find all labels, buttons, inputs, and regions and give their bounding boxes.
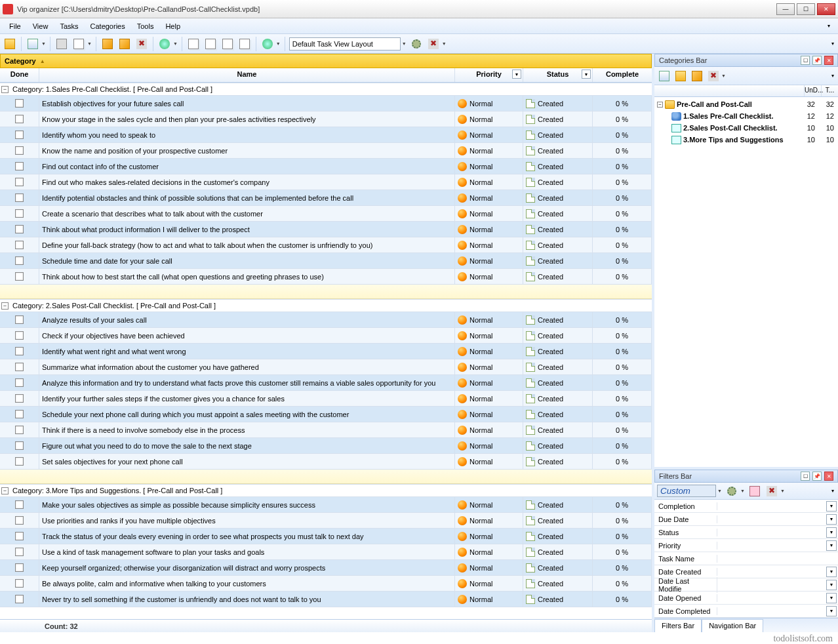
col-done[interactable]: Done bbox=[0, 68, 39, 82]
task-row[interactable]: Set sales objectives for your next phone… bbox=[0, 454, 652, 470]
checkbox[interactable] bbox=[15, 115, 24, 123]
checkbox[interactable] bbox=[15, 410, 24, 418]
menu-tools[interactable]: Tools bbox=[132, 20, 159, 32]
task-row[interactable]: Identify your further sales steps if the… bbox=[0, 391, 652, 407]
new-db-button[interactable] bbox=[3, 37, 17, 51]
group-by-header[interactable]: Category ▲ bbox=[0, 54, 652, 68]
filter-row[interactable]: Date Completed▼ bbox=[654, 605, 838, 618]
cat-edit-button[interactable] bbox=[690, 69, 704, 83]
filter-row[interactable]: Status▼ bbox=[654, 526, 838, 539]
checkbox[interactable] bbox=[15, 315, 24, 324]
task-row[interactable]: Know your stage in the sales cycle and t… bbox=[0, 111, 652, 127]
maximize-button[interactable]: ☐ bbox=[797, 3, 815, 15]
done-cell[interactable] bbox=[0, 312, 39, 327]
new-item-button[interactable] bbox=[26, 37, 40, 51]
task-row[interactable]: Analyze this information and try to unde… bbox=[0, 375, 652, 391]
task-row[interactable]: Check if your objectives have been achie… bbox=[0, 328, 652, 344]
checkbox[interactable] bbox=[15, 548, 24, 556]
filters-apply-button[interactable] bbox=[725, 484, 739, 498]
done-cell[interactable] bbox=[0, 375, 39, 390]
collapse-icon[interactable]: − bbox=[1, 86, 9, 93]
checkbox[interactable] bbox=[15, 500, 24, 509]
nav-last-button[interactable] bbox=[237, 37, 252, 51]
categories-pin-icon[interactable]: 📌 bbox=[812, 56, 822, 65]
menu-file[interactable]: File bbox=[4, 20, 26, 32]
task-row[interactable]: Identify what went right and what went w… bbox=[0, 344, 652, 359]
task-row[interactable]: Never try to sell something if the custo… bbox=[0, 592, 652, 607]
checkbox[interactable] bbox=[15, 193, 24, 202]
done-cell[interactable] bbox=[0, 576, 39, 591]
task-row[interactable]: Be always polite, calm and informative w… bbox=[0, 576, 652, 592]
done-cell[interactable] bbox=[0, 454, 39, 469]
filter-dropdown-icon[interactable]: ▼ bbox=[826, 514, 837, 525]
status-filter-icon[interactable]: ▼ bbox=[582, 70, 591, 79]
checkbox[interactable] bbox=[15, 272, 24, 281]
filter-dropdown-icon[interactable]: ▼ bbox=[826, 567, 837, 577]
done-cell[interactable] bbox=[0, 422, 39, 437]
checkbox[interactable] bbox=[15, 363, 24, 371]
filters-pin-icon[interactable]: 📌 bbox=[812, 472, 822, 481]
collapse-icon[interactable]: − bbox=[1, 302, 9, 310]
grid-body[interactable]: −Category: 1.Sales Pre-Call Checklist. [… bbox=[0, 83, 652, 619]
nav-next-button[interactable] bbox=[220, 37, 235, 51]
cat-add-button[interactable] bbox=[673, 69, 688, 83]
filter-dropdown-icon[interactable]: ▼ bbox=[826, 540, 837, 551]
done-cell[interactable] bbox=[0, 174, 39, 190]
done-cell[interactable] bbox=[0, 143, 39, 158]
task-row[interactable]: Keep yourself organized; otherwise your … bbox=[0, 560, 652, 576]
tab-navigation-bar[interactable]: Navigation Bar bbox=[702, 619, 763, 632]
layout-dropdown[interactable]: ▼ bbox=[402, 41, 407, 46]
print-dropdown[interactable]: ▼ bbox=[87, 41, 92, 46]
filter-row[interactable]: Date Opened▼ bbox=[654, 592, 838, 605]
task-row[interactable]: Think if there is a need to involve some… bbox=[0, 422, 652, 438]
col-status[interactable]: Status▼ bbox=[523, 68, 593, 82]
col-priority[interactable]: Priority▼ bbox=[455, 68, 523, 82]
print-button[interactable] bbox=[54, 37, 69, 51]
done-cell[interactable] bbox=[0, 253, 39, 268]
toolbar-overflow[interactable]: ▾ bbox=[830, 39, 835, 48]
group-row[interactable]: −Category: 3.More Tips and Suggestions. … bbox=[0, 484, 652, 497]
done-cell[interactable] bbox=[0, 513, 39, 528]
task-row[interactable]: Use priorities and ranks if you have mul… bbox=[0, 513, 652, 529]
tree-root[interactable]: − Pre-Call and Post-Call 32 32 bbox=[656, 98, 837, 110]
checkbox[interactable] bbox=[15, 457, 24, 466]
task-row[interactable]: Think about how to best start the call (… bbox=[0, 269, 652, 285]
done-cell[interactable] bbox=[0, 206, 39, 221]
checkbox[interactable] bbox=[15, 162, 24, 171]
minimize-button[interactable]: — bbox=[776, 3, 795, 15]
new-item-dropdown[interactable]: ▼ bbox=[41, 41, 46, 46]
filter-row[interactable]: Completion▼ bbox=[654, 500, 838, 513]
nav-first-button[interactable] bbox=[186, 37, 201, 51]
menu-help[interactable]: Help bbox=[160, 20, 186, 32]
tree-item[interactable]: 1.Sales Pre-Call Checklist.1212 bbox=[656, 110, 837, 122]
done-cell[interactable] bbox=[0, 497, 39, 512]
checkbox[interactable] bbox=[15, 131, 24, 139]
filters-del-button[interactable]: ✖ bbox=[765, 484, 779, 498]
done-cell[interactable] bbox=[0, 190, 39, 205]
menu-categories[interactable]: Categories bbox=[85, 20, 130, 32]
checkbox[interactable] bbox=[15, 241, 24, 249]
checkbox[interactable] bbox=[15, 579, 24, 588]
done-cell[interactable] bbox=[0, 96, 39, 111]
checkbox[interactable] bbox=[15, 178, 24, 186]
cat-toolbar-overflow[interactable]: ▾ bbox=[830, 71, 835, 80]
checkbox[interactable] bbox=[15, 394, 24, 403]
checkbox[interactable] bbox=[15, 331, 24, 340]
tab-filters-bar[interactable]: Filters Bar bbox=[654, 619, 702, 632]
filters-restore-icon[interactable]: ☐ bbox=[801, 472, 810, 481]
done-cell[interactable] bbox=[0, 544, 39, 559]
priority-filter-icon[interactable]: ▼ bbox=[512, 70, 521, 79]
done-cell[interactable] bbox=[0, 391, 39, 406]
filter-row[interactable]: Priority▼ bbox=[654, 539, 838, 552]
checkbox[interactable] bbox=[15, 225, 24, 233]
done-cell[interactable] bbox=[0, 344, 39, 359]
task-row[interactable]: Find out who makes sales-related decisio… bbox=[0, 174, 652, 190]
checkbox[interactable] bbox=[15, 209, 24, 218]
done-cell[interactable] bbox=[0, 359, 39, 374]
filter-dropdown-icon[interactable]: ▼ bbox=[826, 527, 837, 538]
filter-row[interactable]: Task Name bbox=[654, 552, 838, 565]
menu-tasks[interactable]: Tasks bbox=[54, 20, 83, 32]
layout-del-button[interactable]: ✖ bbox=[426, 37, 441, 51]
checkbox[interactable] bbox=[15, 378, 24, 387]
edit2-button[interactable] bbox=[117, 37, 132, 51]
